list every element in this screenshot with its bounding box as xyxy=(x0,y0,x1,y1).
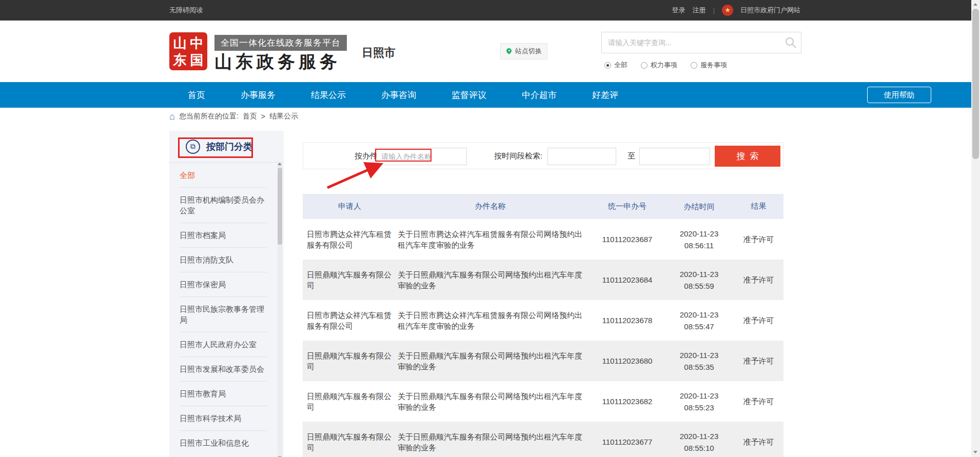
breadcrumb-current[interactable]: 结果公示 xyxy=(269,112,298,121)
sidebar-department-item[interactable]: 日照市人民政府办公室 xyxy=(180,332,267,357)
breadcrumb-home-link[interactable]: 首页 xyxy=(243,112,257,121)
sidebar-department-item[interactable]: 日照市保密局 xyxy=(180,272,267,297)
result-cell: 准予许可 xyxy=(734,315,783,326)
finish-clock: 08:55:23 xyxy=(664,402,734,413)
department-category-icon: ⧉ xyxy=(186,140,200,154)
item-name-cell: 关于日照鼎顺汽车服务有限公司网络预约出租汽车年度审验的业务 xyxy=(398,269,590,291)
national-emblem-icon: ★ xyxy=(722,5,733,16)
department-list: 全部日照市机构编制委员会办公室日照市档案局日照市消防支队日照市保密局日照市民族宗… xyxy=(169,163,277,455)
accessibility-link[interactable]: 无障碍阅读 xyxy=(169,0,203,21)
sidebar-header-by-department[interactable]: ⧉ 按部门分类 xyxy=(169,131,284,163)
filter-to-label: 至 xyxy=(628,151,635,161)
page-scrollbar[interactable] xyxy=(971,0,980,457)
item-name-input[interactable] xyxy=(377,148,467,165)
finish-date: 2020-11-23 xyxy=(664,390,734,402)
table-row[interactable]: 日照市腾达众祥汽车租赁服务有限公司 关于日照市腾达众祥汽车租赁服务有限公司网络预… xyxy=(303,300,783,341)
header-search-box xyxy=(601,32,801,53)
breadcrumb-prefix: 您当前所在的位置: xyxy=(179,112,239,121)
apply-no-cell: 110112023682 xyxy=(590,396,664,407)
item-name-cell: 关于日照市腾达众祥汽车租赁服务有限公司网络预约出租汽车年度审验的业务 xyxy=(398,310,590,331)
sidebar-department-item[interactable]: 日照市教育局 xyxy=(180,382,267,406)
sidebar-department-item[interactable]: 日照市民族宗教事务管理局 xyxy=(180,297,267,332)
help-button[interactable]: 使用帮助 xyxy=(867,87,931,103)
date-end-input[interactable] xyxy=(639,148,710,165)
applicant-cell: 日照市腾达众祥汽车租赁服务有限公司 xyxy=(303,310,398,331)
page: 无障碍阅读 登录 注册 | ★ 日照市政府门户网站 山 中 东 国 全国一体化在… xyxy=(0,0,980,457)
finish-clock: 08:55:47 xyxy=(664,321,734,332)
col-header-item-name: 办件名称 xyxy=(398,202,590,211)
apply-no-cell: 110112023680 xyxy=(590,355,664,366)
radio-all[interactable]: 全部 xyxy=(604,61,628,70)
search-button[interactable]: 搜索 xyxy=(715,146,780,167)
sidebar-department-item[interactable]: 全部 xyxy=(180,163,267,188)
breadcrumb-separator: > xyxy=(261,112,265,121)
sidebar-department-item[interactable]: 日照市工业和信息化 xyxy=(180,431,267,455)
login-link[interactable]: 登录 xyxy=(672,6,685,15)
results-table: 申请人 办件名称 统一申办号 办结时间 结果 日照市腾达众祥汽车租赁服务有限公司… xyxy=(303,194,783,457)
nav-results[interactable]: 结果公示 xyxy=(311,89,346,101)
site-switch-button[interactable]: 站点切换 xyxy=(500,43,547,59)
topbar-right-group: 登录 注册 | ★ 日照市政府门户网站 xyxy=(672,0,800,21)
radio-dot-icon xyxy=(604,62,611,69)
finish-time-cell: 2020-11-23 08:55:35 xyxy=(664,349,734,373)
nav-supervision[interactable]: 监督评议 xyxy=(452,89,486,101)
seal-char: 东 xyxy=(173,52,187,68)
table-row[interactable]: 日照市腾达众祥汽车租赁服务有限公司 关于日照市腾达众祥汽车租赁服务有限公司网络预… xyxy=(303,219,783,260)
applicant-cell: 日照市腾达众祥汽车租赁服务有限公司 xyxy=(303,229,398,250)
apply-no-cell: 110112023687 xyxy=(590,234,664,245)
item-name-cell: 关于日照市腾达众祥汽车租赁服务有限公司网络预约出租汽车年度审验的业务 xyxy=(398,229,590,250)
date-start-input[interactable] xyxy=(547,148,616,165)
applicant-cell: 日照鼎顺汽车服务有限公司 xyxy=(303,269,398,291)
result-cell: 准予许可 xyxy=(734,396,783,407)
radio-label: 权力事项 xyxy=(651,61,677,70)
table-row[interactable]: 日照鼎顺汽车服务有限公司 关于日照鼎顺汽车服务有限公司网络预约出租汽车年度审验的… xyxy=(303,381,783,422)
sidebar-department-item[interactable]: 日照市科学技术局 xyxy=(180,406,267,431)
table-row[interactable]: 日照鼎顺汽车服务有限公司 关于日照鼎顺汽车服务有限公司网络预约出租汽车年度审验的… xyxy=(303,422,783,457)
applicant-cell: 日照鼎顺汽车服务有限公司 xyxy=(303,350,398,372)
search-icon[interactable] xyxy=(785,36,797,49)
scroll-up-icon[interactable] xyxy=(278,163,282,165)
sidebar-department-item[interactable]: 日照市消防支队 xyxy=(180,248,267,272)
finish-time-cell: 2020-11-23 08:56:11 xyxy=(664,228,734,251)
finish-date: 2020-11-23 xyxy=(664,268,734,280)
nav-home[interactable]: 首页 xyxy=(188,89,205,101)
sidebar-scrollbar[interactable] xyxy=(278,162,282,457)
table-row[interactable]: 日照鼎顺汽车服务有限公司 关于日照鼎顺汽车服务有限公司网络预约出租汽车年度审验的… xyxy=(303,260,783,300)
radio-dot-icon xyxy=(691,62,697,69)
radio-service-items[interactable]: 服务事项 xyxy=(691,61,727,70)
nav-intermediary[interactable]: 中介超市 xyxy=(522,89,557,101)
keyword-search-input[interactable] xyxy=(602,32,776,53)
sidebar-scroll-thumb[interactable] xyxy=(278,168,282,245)
scroll-down-icon[interactable] xyxy=(973,451,977,453)
platform-badge: 全国一体化在线政务服务平台 xyxy=(214,35,347,51)
finish-date: 2020-11-23 xyxy=(664,228,734,240)
nav-services[interactable]: 办事服务 xyxy=(241,89,276,101)
sidebar-department-item[interactable]: 日照市发展和改革委员会 xyxy=(180,357,267,382)
nav-consult[interactable]: 办事咨询 xyxy=(381,89,416,101)
sidebar-department-item[interactable]: 日照市档案局 xyxy=(180,223,267,248)
brand-title: 山东政务服务 xyxy=(214,50,341,74)
col-header-finish-time: 办结时间 xyxy=(664,201,734,212)
register-link[interactable]: 注册 xyxy=(693,6,706,15)
top-utility-bar: 无障碍阅读 登录 注册 | ★ 日照市政府门户网站 xyxy=(0,0,980,21)
radio-dot-icon xyxy=(641,62,648,69)
item-name-cell: 关于日照鼎顺汽车服务有限公司网络预约出租汽车年度审验的业务 xyxy=(398,431,590,453)
city-name: 日照市 xyxy=(362,45,396,61)
result-cell: 准予许可 xyxy=(734,436,783,447)
portal-link[interactable]: 日照市政府门户网站 xyxy=(740,6,800,15)
sidebar-title: 按部门分类 xyxy=(206,141,252,153)
col-header-result: 结果 xyxy=(734,202,783,211)
result-cell: 准予许可 xyxy=(734,355,783,366)
page-scroll-thumb[interactable] xyxy=(972,9,979,159)
sidebar-department-item[interactable]: 日照市机构编制委员会办公室 xyxy=(180,188,267,223)
finish-time-cell: 2020-11-23 08:55:23 xyxy=(664,390,734,413)
finish-date: 2020-11-23 xyxy=(664,309,734,321)
item-name-cell: 关于日照鼎顺汽车服务有限公司网络预约出租汽车年度审验的业务 xyxy=(398,350,590,372)
nav-rating[interactable]: 好差评 xyxy=(592,89,618,101)
department-sidebar: ⧉ 按部门分类 全部日照市机构编制委员会办公室日照市档案局日照市消防支队日照市保… xyxy=(169,131,284,457)
finish-clock: 08:55:35 xyxy=(664,361,734,373)
radio-power-items[interactable]: 权力事项 xyxy=(641,61,677,70)
table-row[interactable]: 日照鼎顺汽车服务有限公司 关于日照鼎顺汽车服务有限公司网络预约出租汽车年度审验的… xyxy=(303,341,783,381)
finish-date: 2020-11-23 xyxy=(664,349,734,361)
scroll-up-icon[interactable] xyxy=(973,3,977,6)
